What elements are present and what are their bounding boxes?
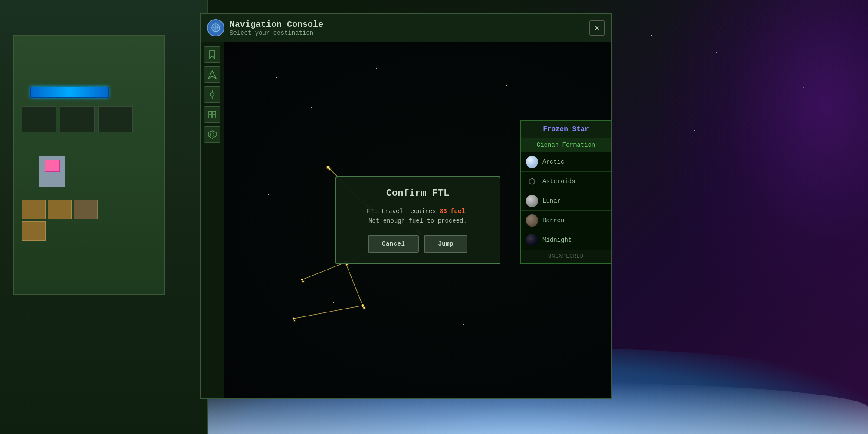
planet-item-asteroids[interactable]: ⬡ Asteroids	[521, 172, 611, 191]
jump-button[interactable]: Jump	[424, 235, 467, 253]
svg-point-26	[362, 304, 364, 307]
planet-item-barren[interactable]: Barren	[521, 211, 611, 230]
svg-rect-12	[213, 115, 216, 118]
game-building	[13, 35, 165, 295]
planet-item-arctic[interactable]: Arctic	[521, 152, 611, 172]
svg-line-19	[345, 263, 363, 306]
svg-point-14	[210, 133, 214, 136]
background-scene: Navigation Console Select your destinati…	[0, 0, 868, 434]
svg-rect-9	[209, 111, 212, 114]
unexplored-label: UNEXPLORED	[521, 250, 611, 263]
titlebar: Navigation Console Select your destinati…	[201, 14, 611, 42]
svg-marker-5	[208, 71, 216, 79]
title-text: Navigation Console Select your destinati…	[230, 20, 323, 36]
planet-item-lunar[interactable]: Lunar	[521, 191, 611, 211]
svg-rect-11	[209, 115, 212, 118]
planet-icon-arctic	[526, 156, 538, 168]
planet-icon-barren	[526, 214, 538, 227]
ftl-fuel-amount: 83 fuel.	[440, 208, 469, 215]
sidebar-btn-navigation[interactable]	[204, 66, 220, 83]
ftl-message-suffix: Not enough fuel to proceed.	[368, 217, 467, 224]
ftl-dialog-buttons: Cancel Jump	[349, 235, 487, 253]
planet-label-lunar: Lunar	[542, 197, 561, 204]
svg-rect-10	[213, 111, 216, 114]
svg-line-20	[293, 306, 362, 319]
sidebar-btn-beacon[interactable]	[204, 86, 220, 103]
sidebar-btn-shield[interactable]	[204, 126, 220, 143]
planet-item-midnight[interactable]: Midnight	[521, 230, 611, 250]
navigation-console-window: Navigation Console Select your destinati…	[200, 13, 612, 399]
star-name-header: Frozen Star	[521, 121, 611, 138]
svg-marker-4	[210, 51, 215, 59]
nav-sidebar	[201, 42, 224, 398]
sidebar-btn-bookmark[interactable]	[204, 46, 220, 63]
space-map[interactable]: Frozen Star Gienah Formation Arctic ⬡ As…	[224, 42, 611, 398]
planet-label-asteroids: Asteroids	[542, 178, 575, 185]
svg-point-25	[301, 279, 303, 281]
sidebar-btn-crew[interactable]	[204, 106, 220, 123]
game-background	[0, 0, 208, 434]
svg-marker-13	[208, 131, 216, 138]
svg-point-21	[327, 166, 329, 169]
console-icon	[207, 19, 224, 36]
svg-line-18	[302, 263, 345, 280]
planet-icon-lunar	[526, 195, 538, 207]
window-subtitle: Select your destination	[230, 30, 323, 36]
star-info-panel: Frozen Star Gienah Formation Arctic ⬡ As…	[520, 120, 611, 264]
system-name: Gienah Formation	[521, 138, 611, 152]
planet-icon-midnight	[526, 234, 538, 246]
svg-point-6	[210, 93, 214, 96]
ftl-confirm-dialog: Confirm FTL FTL travel requires 83 fuel.…	[335, 176, 500, 265]
window-title: Navigation Console	[230, 20, 323, 30]
ftl-dialog-title: Confirm FTL	[349, 188, 487, 199]
star-name: Frozen Star	[527, 125, 605, 133]
svg-point-27	[293, 317, 295, 319]
ftl-dialog-message: FTL travel requires 83 fuel. Not enough …	[349, 207, 487, 226]
title-left: Navigation Console Select your destinati…	[207, 19, 323, 36]
planet-icon-asteroids: ⬡	[526, 175, 538, 187]
close-button[interactable]: ×	[589, 20, 605, 36]
planet-label-midnight: Midnight	[542, 237, 572, 243]
planet-label-arctic: Arctic	[542, 158, 564, 165]
cancel-button[interactable]: Cancel	[368, 235, 419, 253]
planet-label-barren: Barren	[542, 217, 564, 224]
ftl-message-prefix: FTL travel requires	[367, 208, 440, 215]
